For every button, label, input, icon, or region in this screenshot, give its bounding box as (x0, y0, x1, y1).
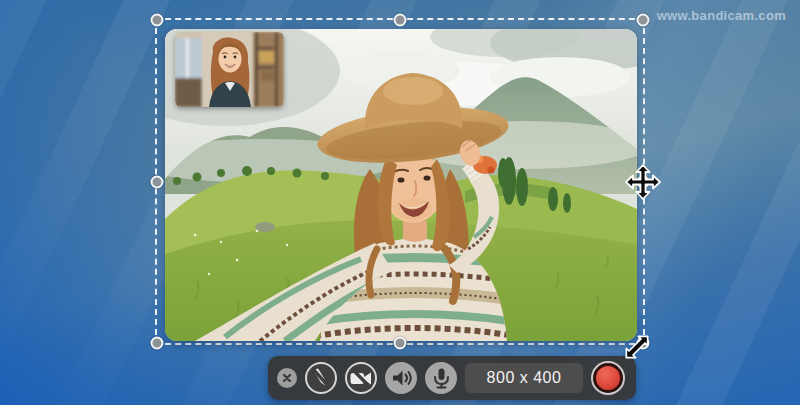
record-icon (596, 366, 620, 390)
webcam-video (175, 32, 284, 107)
selection-handle-bottom-center[interactable] (394, 337, 407, 350)
webcam-overlay[interactable] (175, 32, 284, 107)
speaker-toggle-button[interactable] (385, 362, 417, 394)
recording-toolbar: 800 x 400 (268, 356, 636, 400)
move-cursor-icon[interactable] (625, 164, 661, 200)
selection-handle-top-left[interactable] (151, 14, 164, 27)
close-button[interactable] (277, 368, 297, 388)
camera-slash-icon (347, 364, 375, 392)
selection-handle-bottom-left[interactable] (151, 337, 164, 350)
selection-handle-top-center[interactable] (394, 14, 407, 27)
pencil-slash-icon (307, 364, 335, 392)
bandicam-watermark: www.bandicam.com (657, 8, 786, 23)
captured-video-frame (165, 29, 637, 341)
desktop-wallpaper: www.bandicam.com (0, 0, 800, 405)
microphone-icon (427, 364, 455, 392)
webcam-toggle-button[interactable] (345, 362, 377, 394)
draw-toggle-button[interactable] (305, 362, 337, 394)
resize-cursor-icon[interactable] (620, 330, 654, 364)
record-button[interactable] (591, 361, 625, 395)
speaker-icon (387, 364, 415, 392)
mic-toggle-button[interactable] (425, 362, 457, 394)
region-size-display: 800 x 400 (465, 363, 583, 393)
x-icon (280, 371, 294, 385)
selection-region[interactable] (155, 18, 645, 345)
selection-handle-left-middle[interactable] (151, 175, 164, 188)
selection-handle-top-right[interactable] (637, 14, 650, 27)
